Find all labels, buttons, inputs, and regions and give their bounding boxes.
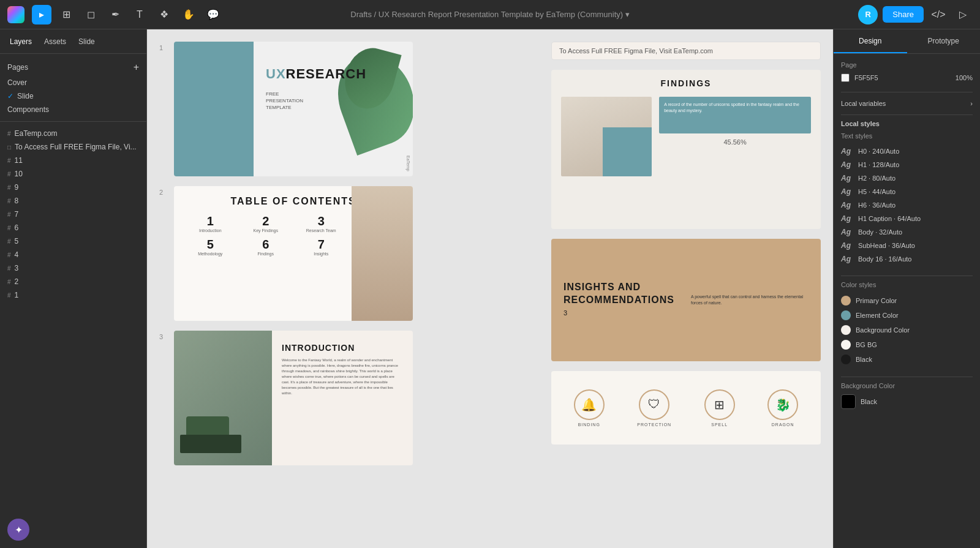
frame-icon: #: [7, 225, 11, 231]
layer-item-5[interactable]: # 5: [0, 235, 146, 248]
findings-right: A record of the number of unicorns spott…: [659, 97, 811, 146]
ts-body16[interactable]: Ag Body 16 · 16/Auto: [841, 252, 973, 266]
ts-h6[interactable]: Ag H6 · 36/Auto: [841, 198, 973, 212]
doc-name[interactable]: UX Research Report Presentation Template…: [379, 10, 623, 19]
intro-body: Welcome to the Fantasy World, a realm of…: [282, 358, 403, 396]
page-color-swatch[interactable]: [841, 73, 850, 82]
ts-name: H1 · 128/Auto: [858, 161, 973, 168]
text-styles-label: Text styles: [841, 132, 973, 140]
ts-h0[interactable]: Ag H0 · 240/Auto: [841, 145, 973, 158]
tab-prototype[interactable]: Prototype: [907, 29, 981, 53]
slide1-subtitle: FREEPRESENTATIONTEMPLATE: [266, 91, 303, 111]
layer-item-4[interactable]: # 4: [0, 248, 146, 261]
play-icon[interactable]: ▷: [953, 5, 973, 24]
select-tool[interactable]: ▸: [32, 5, 51, 24]
divider2: [841, 114, 973, 115]
pages-section-header: Pages +: [0, 59, 146, 76]
layer-label: 10: [15, 170, 23, 178]
cs-bgbg[interactable]: BG BG: [841, 337, 973, 352]
layer-item-11[interactable]: # 11: [0, 154, 146, 167]
layer-item-7[interactable]: # 7: [0, 208, 146, 221]
code-icon[interactable]: </>: [929, 5, 948, 24]
insights-slide[interactable]: INSIGHTS ANDRECOMMENDATIONS 3 A powerful…: [551, 239, 821, 361]
insights-title: INSIGHTS ANDRECOMMENDATIONS 3: [564, 281, 681, 319]
text-style-icon: Ag: [841, 241, 853, 250]
tab-design[interactable]: Design: [834, 29, 907, 53]
frame-tool[interactable]: ⊞: [56, 5, 76, 24]
tab-layers[interactable]: Layers: [5, 35, 37, 48]
local-variables-label: Local variables: [841, 100, 886, 107]
cs-primary[interactable]: Primary Color: [841, 293, 973, 308]
hand-tool[interactable]: ✋: [179, 5, 198, 24]
text-tool[interactable]: T: [130, 5, 149, 24]
page-item-slide[interactable]: ✓ Slide: [0, 89, 146, 103]
layer-item-3[interactable]: # 3: [0, 261, 146, 275]
local-variables-link[interactable]: Local variables ›: [841, 97, 973, 110]
ts-subhead[interactable]: Ag SubHead · 36/Auto: [841, 239, 973, 252]
comment-tool[interactable]: 💬: [203, 5, 223, 24]
figma-logo[interactable]: [7, 6, 24, 23]
layer-label: 11: [15, 156, 23, 165]
layer-item-2[interactable]: # 2: [0, 275, 146, 288]
chevron-down-icon[interactable]: ▾: [625, 10, 630, 19]
frame-icon: #: [7, 252, 11, 258]
slide-number-1: 1: [159, 44, 169, 51]
add-page-button[interactable]: +: [134, 62, 139, 72]
page-item-components[interactable]: Components: [0, 103, 146, 116]
text-style-icon: Ag: [841, 147, 853, 156]
divider3: [841, 276, 973, 276]
slide-3-wrapper: 3 INTRODUCTION Welcome to the Fantasy Wo…: [159, 331, 600, 465]
slide-3[interactable]: INTRODUCTION Welcome to the Fantasy Worl…: [174, 331, 413, 465]
ts-h1[interactable]: Ag H1 · 128/Auto: [841, 158, 973, 171]
layer-item[interactable]: # EaTemp.com: [0, 127, 146, 140]
page-item-cover[interactable]: Cover: [0, 76, 146, 89]
left-panel: Layers Assets Slide Pages + Cover ✓ Slid…: [0, 29, 147, 548]
brand-logo[interactable]: ✦: [7, 519, 29, 541]
text-style-icon: Ag: [841, 201, 853, 209]
right-panel-tabs: Design Prototype: [834, 29, 980, 54]
layer-label: 2: [15, 277, 19, 286]
ts-h1caption[interactable]: Ag H1 Caption · 64/Auto: [841, 212, 973, 225]
intro-title: INTRODUCTION: [282, 343, 403, 353]
ts-body[interactable]: Ag Body · 32/Auto: [841, 225, 973, 239]
page-color-hex: F5F5F5: [854, 74, 951, 81]
frame-icon: #: [7, 238, 11, 245]
cs-background[interactable]: Background Color: [841, 323, 973, 337]
drafts-label: Drafts: [350, 10, 372, 19]
ts-name: H6 · 36/Auto: [858, 201, 973, 209]
slide1-title: UXRESEARCH: [266, 66, 366, 82]
layer-label: 8: [15, 197, 19, 205]
layer-item-10[interactable]: # 10: [0, 167, 146, 181]
shape-tool[interactable]: ◻: [81, 5, 100, 24]
frame-icon: #: [7, 130, 11, 137]
page-color-row: F5F5F5 100%: [841, 73, 973, 82]
layer-item[interactable]: □ To Access Full FREE Figma File, Vi...: [0, 140, 146, 154]
cs-black[interactable]: Black: [841, 352, 973, 367]
icons-slide: 🔔 BINDING 🛡 PROTECTION ⊞ SPELL 🐉: [551, 371, 821, 445]
frame-icon: #: [7, 157, 11, 164]
layer-item-8[interactable]: # 8: [0, 194, 146, 208]
tab-assets[interactable]: Assets: [39, 35, 71, 48]
slide-2[interactable]: TABLE OF CONTENTS 1Introduction 2Key Fin…: [174, 186, 413, 321]
frame-icon: #: [7, 184, 11, 191]
layer-item-1[interactable]: # 1: [0, 288, 146, 302]
findings-slide[interactable]: FINDINGS A record of the number of unico…: [551, 70, 821, 229]
layer-item-9[interactable]: # 9: [0, 181, 146, 194]
ts-h2[interactable]: Ag H2 · 80/Auto: [841, 171, 973, 185]
layer-label: 3: [15, 264, 19, 272]
ts-h5[interactable]: Ag H5 · 44/Auto: [841, 185, 973, 198]
toc-item-5: 5Methodology: [184, 238, 237, 256]
slide-1[interactable]: UXRESEARCH FREEPRESENTATIONTEMPLATE EaTe…: [174, 42, 413, 176]
cs-element[interactable]: Element Color: [841, 308, 973, 323]
text-styles-section: Text styles Ag H0 · 240/Auto Ag H1 · 128…: [841, 132, 973, 266]
canvas-area[interactable]: 1 UXRESEARCH FREEPRESENTATIONTEMPLAT: [147, 29, 833, 548]
tab-slide[interactable]: Slide: [74, 35, 100, 48]
layer-label: To Access Full FREE Figma File, Vi...: [15, 143, 137, 151]
pen-tool[interactable]: ✒: [105, 5, 125, 24]
layer-item-6[interactable]: # 6: [0, 221, 146, 235]
panel-tabs: Layers Assets Slide: [0, 29, 146, 54]
component-tool[interactable]: ❖: [154, 5, 174, 24]
bg-color-swatch[interactable]: [841, 394, 856, 409]
divider: [841, 92, 973, 92]
share-button[interactable]: Share: [883, 6, 924, 23]
